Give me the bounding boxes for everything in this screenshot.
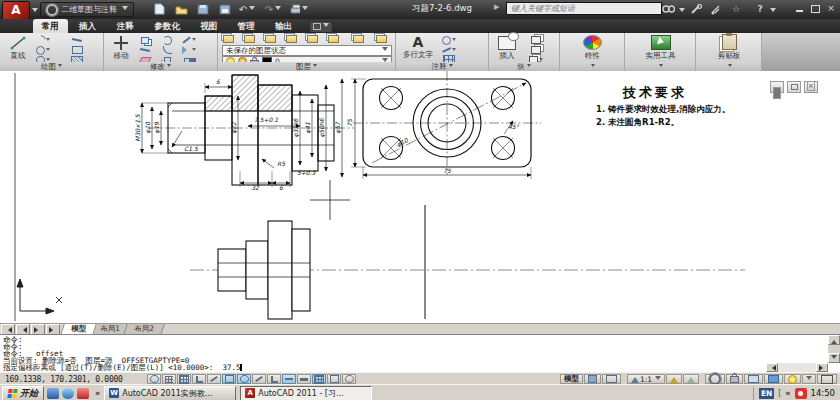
scroll-left-button[interactable] xyxy=(766,363,778,372)
layer-isolate-button[interactable] xyxy=(263,34,277,44)
quick-view-drawings-button[interactable] xyxy=(602,374,621,384)
quick-launch-browser-icon[interactable] xyxy=(62,388,74,399)
edit-block-button[interactable] xyxy=(529,45,543,55)
snap-mode-toggle[interactable] xyxy=(162,374,176,384)
undo-button[interactable]: ↶ xyxy=(238,2,256,16)
layer-unisolate-button[interactable] xyxy=(284,34,298,44)
rectangle-button[interactable] xyxy=(70,45,84,55)
help-chevron-icon[interactable] xyxy=(770,8,776,15)
exchange-wrench-icon[interactable] xyxy=(688,2,704,16)
language-indicator[interactable]: EN xyxy=(759,388,774,399)
tab-home[interactable]: 常用 xyxy=(33,19,68,33)
move-button[interactable]: 移动 xyxy=(107,35,135,61)
save-as-button[interactable] xyxy=(216,2,234,16)
quick-properties-toggle[interactable] xyxy=(327,374,341,384)
arc-button[interactable] xyxy=(36,35,50,45)
tab-annotate[interactable]: 注释 xyxy=(108,19,143,33)
grid-display-toggle[interactable] xyxy=(177,374,191,384)
leader-button[interactable] xyxy=(442,45,456,55)
line-button[interactable]: 直线 xyxy=(4,35,32,61)
doc-minimize-button[interactable] xyxy=(770,81,784,93)
scroll-down-button[interactable] xyxy=(828,353,840,363)
taskbar-item-document[interactable]: W AutoCAD 2011实例教... xyxy=(104,386,236,400)
search-binoculars-icon[interactable] xyxy=(660,2,676,16)
command-input-line[interactable]: 指定偏移距离或 [通过(T)/删除(E)/图层(L)] <10.0000>: 3… xyxy=(3,364,763,372)
annotation-scale-button[interactable]: 1:1 xyxy=(627,374,665,384)
status-bar-menu-button[interactable] xyxy=(802,374,816,384)
communication-center-icon[interactable] xyxy=(708,2,724,16)
restore-button[interactable] xyxy=(808,2,822,15)
layer-freeze-button[interactable] xyxy=(305,34,319,44)
ribbon-minimize-button[interactable] xyxy=(310,22,332,32)
filename-flyout-icon[interactable]: ▶ xyxy=(494,3,499,11)
hardware-acceleration-button[interactable] xyxy=(744,374,763,384)
object-snap-tracking-toggle[interactable] xyxy=(252,374,266,384)
quick-launch-folder-icon[interactable] xyxy=(77,388,89,399)
dynamic-ucs-toggle[interactable] xyxy=(267,374,281,384)
selection-cycling-toggle[interactable] xyxy=(342,374,356,384)
object-snap-toggle[interactable] xyxy=(222,374,236,384)
panel-clipboard-footer[interactable] xyxy=(696,62,761,71)
redo-button[interactable]: ↷ xyxy=(264,2,282,16)
create-block-button[interactable] xyxy=(529,35,543,45)
scroll-right-button[interactable] xyxy=(816,363,828,372)
mtext-button[interactable]: A 多行文字 xyxy=(398,34,438,61)
polar-tracking-toggle[interactable] xyxy=(207,374,221,384)
panel-annotate-footer[interactable]: 注释 xyxy=(396,62,488,71)
insert-block-button[interactable]: 插入 xyxy=(491,35,523,61)
quick-launch-desktop-icon[interactable] xyxy=(47,388,59,399)
save-button[interactable] xyxy=(194,2,212,16)
object-snap-3d-toggle[interactable] xyxy=(237,374,251,384)
toolbar-lock-button[interactable] xyxy=(726,374,743,384)
search-chevron-icon[interactable] xyxy=(679,8,685,15)
trim-button[interactable] xyxy=(182,35,196,45)
clipboard-button[interactable]: 剪贴板 xyxy=(696,34,762,61)
annotation-visibility-button[interactable] xyxy=(666,374,682,384)
auto-annotation-scale-button[interactable] xyxy=(683,374,699,384)
app-menu-chevron-icon[interactable] xyxy=(32,8,38,15)
fillet-button[interactable] xyxy=(160,45,174,55)
search-input[interactable] xyxy=(506,2,662,15)
panel-draw-footer[interactable]: 绘图 xyxy=(0,62,103,71)
layer-unlock-button[interactable] xyxy=(374,34,388,44)
stretch-button[interactable] xyxy=(138,45,152,55)
infer-constraints-toggle[interactable] xyxy=(147,374,161,384)
open-file-button[interactable] xyxy=(172,2,190,16)
doc-close-button[interactable]: × xyxy=(804,81,818,93)
dynamic-input-toggle[interactable] xyxy=(282,374,296,384)
plot-status-button[interactable] xyxy=(764,374,783,384)
layer-properties-button[interactable] xyxy=(221,34,235,44)
panel-modify-footer[interactable]: 修改 xyxy=(104,62,217,71)
workspace-switching-button[interactable] xyxy=(705,374,725,384)
tray-collapse-icon[interactable]: « xyxy=(785,389,790,398)
polyline-button[interactable] xyxy=(70,35,84,45)
layer-off-button[interactable] xyxy=(326,34,340,44)
tab-output[interactable]: 输出 xyxy=(266,19,301,33)
dimension-button[interactable] xyxy=(442,35,456,45)
tab-manage[interactable]: 管理 xyxy=(229,19,264,33)
tab-insert[interactable]: 插入 xyxy=(70,19,105,33)
rotate-button[interactable] xyxy=(160,35,174,45)
circle-button[interactable] xyxy=(36,45,50,55)
mirror-button[interactable] xyxy=(182,45,196,55)
lineweight-toggle[interactable] xyxy=(297,374,311,384)
model-space-button[interactable]: 模型 xyxy=(560,374,583,384)
doc-restore-button[interactable] xyxy=(787,81,801,93)
utilities-button[interactable]: 实用工具 xyxy=(625,35,696,61)
command-vertical-scrollbar[interactable] xyxy=(828,335,840,363)
application-menu-button[interactable]: A xyxy=(2,1,30,20)
workspace-switcher[interactable]: 二维草图与注释 xyxy=(40,2,134,17)
panel-layers-footer[interactable]: 图层 xyxy=(218,62,395,71)
tab-parametric[interactable]: 参数化 xyxy=(145,19,189,33)
plot-chevron-icon[interactable] xyxy=(302,6,308,13)
copy-button[interactable] xyxy=(138,35,152,45)
ortho-mode-toggle[interactable] xyxy=(192,374,206,384)
quick-launch-overflow-icon[interactable]: » xyxy=(95,389,100,398)
quick-view-layouts-button[interactable] xyxy=(584,374,601,384)
panel-properties-footer[interactable] xyxy=(560,62,624,71)
start-button[interactable]: 开始 xyxy=(2,386,44,400)
new-file-button[interactable] xyxy=(150,2,168,16)
scroll-up-button[interactable] xyxy=(828,335,840,345)
tab-model[interactable]: 模型 xyxy=(60,324,97,335)
tab-view[interactable]: 视图 xyxy=(191,19,226,33)
